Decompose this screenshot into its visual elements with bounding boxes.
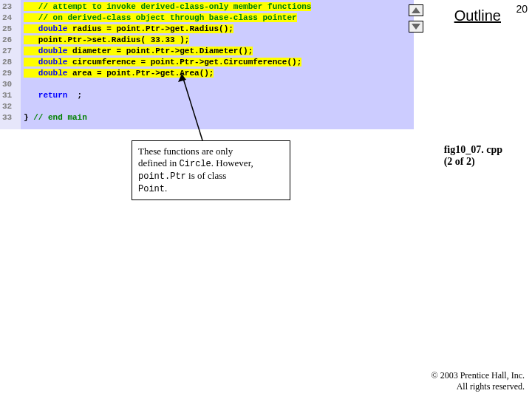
chevron-down-icon <box>412 24 420 30</box>
nav-up-button[interactable] <box>409 4 423 16</box>
chevron-up-icon <box>412 7 420 13</box>
code-line: double circumference = point.Ptr->get.Ci… <box>24 57 414 68</box>
code-line: } // end main <box>24 112 414 123</box>
code-line: // on derived-class object through base-… <box>24 13 414 24</box>
code-line: double radius = point.Ptr->get.Radius(); <box>24 24 414 35</box>
line-num: 29 <box>0 68 21 79</box>
outline-link[interactable]: Outline <box>454 7 501 24</box>
line-num: 28 <box>0 57 21 68</box>
line-num: 27 <box>0 46 21 57</box>
nav-down-button[interactable] <box>409 21 423 33</box>
line-num: 26 <box>0 35 21 46</box>
code-line: return ; <box>24 90 414 101</box>
annotation-text: is of class <box>186 170 227 181</box>
annotation-text: defined in <box>138 157 180 168</box>
annotation-code: Point <box>138 184 165 194</box>
nav-buttons <box>409 4 425 37</box>
code-line: // attempt to invoke derived-class-only … <box>24 1 414 13</box>
copyright-line: All rights reserved. <box>432 381 525 393</box>
line-num: 24 <box>0 13 21 24</box>
filename-label: fig10_07. cpp (2 of 2) <box>444 144 502 168</box>
line-num: 25 <box>0 24 21 35</box>
code-content: // attempt to invoke derived-class-only … <box>21 0 414 129</box>
code-line: double diameter = point.Ptr->get.Diamete… <box>24 46 414 57</box>
page-number: 20 <box>516 3 528 15</box>
line-num: 23 <box>0 1 21 13</box>
code-block: 23 24 25 26 27 28 29 30 31 32 33 // atte… <box>0 0 414 129</box>
code-line <box>24 101 414 112</box>
filename: fig10_07. cpp <box>444 144 502 156</box>
annotation-code: Circle <box>180 159 211 169</box>
annotation-text: These functions are only <box>138 146 233 157</box>
copyright-line: © 2003 Prentice Hall, Inc. <box>432 370 525 382</box>
line-num: 31 <box>0 90 21 101</box>
line-num: 32 <box>0 101 21 112</box>
copyright-notice: © 2003 Prentice Hall, Inc. All rights re… <box>432 370 525 393</box>
code-line: double area = point.Ptr->get.Area(); <box>24 68 414 79</box>
annotation-text: . However, <box>211 157 253 168</box>
code-line: point.Ptr->set.Radius( 33.33 ); <box>24 35 414 46</box>
line-number-gutter: 23 24 25 26 27 28 29 30 31 32 33 <box>0 0 21 129</box>
annotation-text: . <box>165 183 167 194</box>
line-num: 33 <box>0 112 21 123</box>
line-num: 30 <box>0 79 21 90</box>
file-part: (2 of 2) <box>444 156 502 168</box>
annotation-callout: These functions are only defined in Circ… <box>132 140 290 200</box>
code-line <box>24 79 414 90</box>
annotation-code: point.Ptr <box>138 171 186 182</box>
